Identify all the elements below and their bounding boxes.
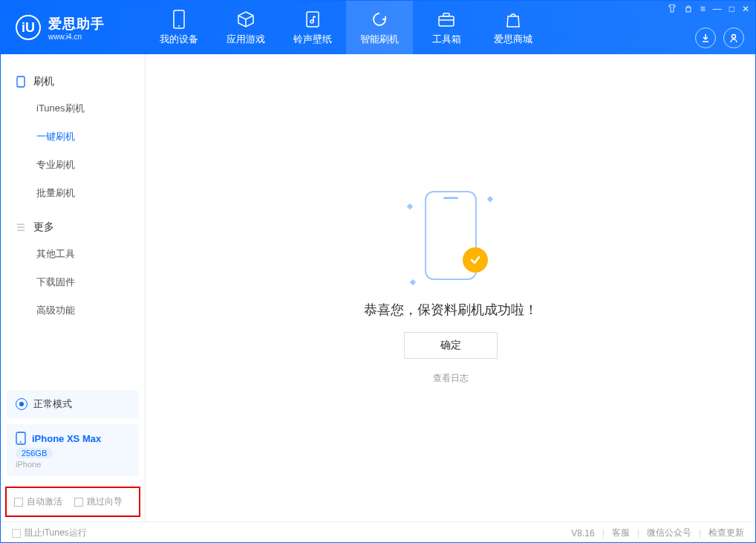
svg-rect-5 <box>443 13 449 16</box>
options-highlight-box: 自动激活 跳过向导 <box>5 487 140 517</box>
app-url: www.i4.cn <box>48 33 105 41</box>
close-button[interactable]: ✕ <box>742 4 749 14</box>
view-log-link[interactable]: 查看日志 <box>433 372 469 385</box>
device-name: iPhone XS Max <box>32 433 101 444</box>
nav-label: 应用游戏 <box>227 33 265 46</box>
logo-icon: iU <box>16 15 41 40</box>
svg-point-3 <box>310 20 313 23</box>
refresh-shield-icon <box>370 10 389 29</box>
nav-label: 铃声壁纸 <box>293 33 332 46</box>
skip-guide-checkbox[interactable]: 跳过向导 <box>74 495 123 508</box>
auto-activate-checkbox[interactable]: 自动激活 <box>14 495 62 508</box>
nav-label: 我的设备 <box>160 33 198 46</box>
minimize-button[interactable]: — <box>713 4 722 14</box>
ok-button[interactable]: 确定 <box>404 332 498 359</box>
device-storage-badge: 256GB <box>16 448 53 458</box>
svg-point-1 <box>178 25 180 27</box>
sidebar-item-batch-flash[interactable]: 批量刷机 <box>1 179 145 207</box>
svg-rect-2 <box>307 12 319 27</box>
checkbox-label: 跳过向导 <box>87 495 123 508</box>
device-type: iPhone <box>16 460 130 469</box>
sidebar-item-oneclick-flash[interactable]: 一键刷机 <box>1 123 145 151</box>
sidebar-item-itunes-flash[interactable]: iTunes刷机 <box>1 94 145 123</box>
nav-label: 工具箱 <box>432 33 461 46</box>
shopping-bag-icon <box>504 10 523 29</box>
music-file-icon <box>303 10 322 29</box>
nav-smart-flash[interactable]: 智能刷机 <box>346 1 413 54</box>
user-button[interactable] <box>723 27 744 48</box>
svg-rect-7 <box>686 7 691 12</box>
footer-link-wechat[interactable]: 微信公众号 <box>647 527 691 539</box>
status-label: 正常模式 <box>33 397 72 411</box>
sidebar-section-title: 刷机 <box>33 75 54 88</box>
sidebar-item-download-firmware[interactable]: 下载固件 <box>1 268 145 296</box>
sidebar-item-pro-flash[interactable]: 专业刷机 <box>1 151 145 179</box>
device-info-box[interactable]: iPhone XS Max 256GB iPhone <box>7 424 139 476</box>
status-indicator-icon <box>16 398 27 410</box>
list-icon <box>16 223 26 232</box>
footer-link-support[interactable]: 客服 <box>612 527 630 539</box>
svg-point-14 <box>20 441 22 443</box>
nav-my-device[interactable]: 我的设备 <box>146 1 212 54</box>
sidebar: 刷机 iTunes刷机 一键刷机 专业刷机 批量刷机 更多 其他工具 下载固件 … <box>1 54 146 521</box>
footer-bar: 阻止iTunes运行 V8.16 | 客服 | 微信公众号 | 检查更新 <box>1 521 755 543</box>
device-icon <box>169 10 189 29</box>
download-button[interactable] <box>695 27 716 48</box>
success-illustration <box>406 191 495 287</box>
success-check-icon <box>463 247 488 273</box>
title-bar: iU 爱思助手 www.i4.cn 我的设备 应用游戏 铃声壁纸 智能刷机 工具… <box>1 1 755 54</box>
svg-rect-4 <box>439 16 454 26</box>
main-content: 恭喜您，保资料刷机成功啦！ 确定 查看日志 <box>146 54 755 521</box>
sidebar-item-other-tools[interactable]: 其他工具 <box>1 240 145 268</box>
window-controls: ≡ — □ ✕ <box>668 4 749 14</box>
device-mode-status[interactable]: 正常模式 <box>7 390 139 418</box>
block-itunes-checkbox[interactable]: 阻止iTunes运行 <box>12 527 87 539</box>
nav-apps-games[interactable]: 应用游戏 <box>212 1 279 54</box>
sidebar-section-title: 更多 <box>33 221 54 234</box>
sidebar-section-more: 更多 <box>1 215 145 240</box>
nav-label: 爱思商城 <box>494 33 532 46</box>
cube-icon <box>236 10 255 29</box>
shirt-icon[interactable] <box>668 4 677 14</box>
svg-rect-9 <box>17 77 25 87</box>
footer-link-check-update[interactable]: 检查更新 <box>708 527 744 539</box>
checkbox-label: 自动激活 <box>27 495 62 508</box>
sidebar-section-flash: 刷机 <box>1 69 145 94</box>
svg-point-8 <box>732 35 736 39</box>
toolbox-icon <box>437 10 456 29</box>
app-logo: iU 爱思助手 www.i4.cn <box>1 1 146 54</box>
sidebar-item-advanced[interactable]: 高级功能 <box>1 296 145 325</box>
checkbox-label: 阻止iTunes运行 <box>25 527 87 539</box>
version-label: V8.16 <box>571 528 594 539</box>
device-phone-icon <box>16 432 26 445</box>
app-name: 爱思助手 <box>48 15 105 33</box>
maximize-button[interactable]: □ <box>729 4 734 14</box>
nav-store[interactable]: 爱思商城 <box>480 1 547 54</box>
main-nav: 我的设备 应用游戏 铃声壁纸 智能刷机 工具箱 爱思商城 <box>146 1 755 54</box>
nav-toolbox[interactable]: 工具箱 <box>413 1 480 54</box>
menu-icon[interactable]: ≡ <box>700 4 706 14</box>
logo-letter: iU <box>22 20 35 36</box>
phone-icon <box>16 76 26 88</box>
lock-icon[interactable] <box>684 4 693 14</box>
nav-label: 智能刷机 <box>360 33 399 46</box>
nav-ringtones-wallpapers[interactable]: 铃声壁纸 <box>279 1 346 54</box>
success-message: 恭喜您，保资料刷机成功啦！ <box>364 301 538 319</box>
